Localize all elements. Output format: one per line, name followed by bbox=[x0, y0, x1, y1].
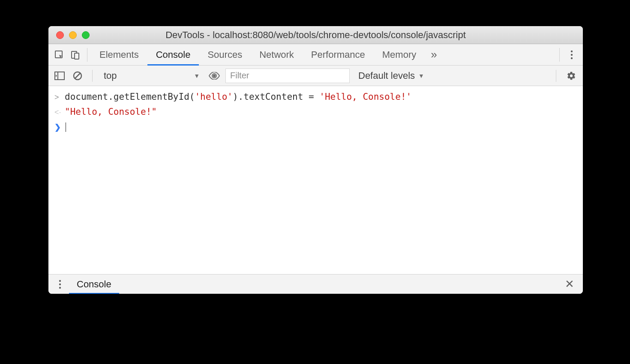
window-titlebar[interactable]: DevTools - localhost:8080/web/tools/chro… bbox=[48, 26, 583, 44]
drawer-tab-console[interactable]: Console bbox=[69, 274, 119, 294]
context-label: top bbox=[104, 70, 117, 81]
devtools-window: DevTools - localhost:8080/web/tools/chro… bbox=[48, 26, 583, 294]
tab-performance[interactable]: Performance bbox=[303, 44, 374, 66]
svg-line-9 bbox=[75, 73, 80, 78]
console-toolbar: top ▼ Default levels ▼ bbox=[48, 66, 583, 86]
svg-point-11 bbox=[59, 280, 61, 281]
execution-context-select[interactable]: top ▼ bbox=[100, 69, 203, 82]
console-prompt[interactable]: ❯ bbox=[48, 119, 583, 134]
divider bbox=[87, 48, 87, 62]
tab-network[interactable]: Network bbox=[251, 44, 303, 66]
main-tabbar: ElementsConsoleSourcesNetworkPerformance… bbox=[48, 44, 583, 66]
zoom-window-button[interactable] bbox=[82, 31, 90, 39]
text-cursor bbox=[66, 122, 66, 132]
svg-point-5 bbox=[571, 57, 573, 59]
divider bbox=[559, 48, 560, 62]
console-sidebar-toggle-icon[interactable] bbox=[53, 69, 66, 83]
drawer-tab-label: Console bbox=[77, 279, 111, 290]
traffic-lights bbox=[48, 31, 90, 39]
console-output-row: <·"Hello, Console!" bbox=[48, 104, 583, 119]
levels-label: Default levels bbox=[358, 70, 415, 81]
svg-point-3 bbox=[571, 50, 573, 52]
close-window-button[interactable] bbox=[56, 31, 64, 39]
console-output[interactable]: >document.getElementById('hello').textCo… bbox=[48, 86, 583, 274]
live-expression-icon[interactable] bbox=[207, 69, 221, 83]
window-title: DevTools - localhost:8080/web/tools/chro… bbox=[48, 30, 583, 41]
console-output-content[interactable]: "Hello, Console!" bbox=[65, 105, 577, 118]
divider bbox=[556, 70, 556, 82]
divider bbox=[92, 70, 93, 82]
svg-rect-0 bbox=[55, 51, 62, 58]
input-chevron-icon: > bbox=[54, 90, 65, 104]
drawer: Console ✕ bbox=[48, 274, 583, 294]
svg-point-10 bbox=[213, 74, 216, 77]
output-arrow-icon: <· bbox=[54, 105, 65, 119]
close-drawer-button[interactable]: ✕ bbox=[561, 277, 579, 291]
console-input-row: >document.getElementById('hello').textCo… bbox=[48, 90, 583, 104]
minimize-window-button[interactable] bbox=[69, 31, 77, 39]
device-toolbar-icon[interactable] bbox=[67, 47, 84, 63]
tab-memory[interactable]: Memory bbox=[374, 44, 425, 66]
prompt-chevron-icon: ❯ bbox=[54, 120, 65, 134]
filter-input[interactable] bbox=[225, 69, 350, 83]
settings-menu-button[interactable] bbox=[563, 44, 580, 66]
log-levels-select[interactable]: Default levels ▼ bbox=[354, 70, 424, 81]
more-tabs-button[interactable]: » bbox=[425, 48, 443, 61]
svg-point-13 bbox=[59, 286, 61, 288]
inspect-element-icon[interactable] bbox=[51, 47, 67, 63]
tab-console[interactable]: Console bbox=[147, 44, 199, 66]
clear-console-icon[interactable] bbox=[71, 69, 84, 83]
tab-sources[interactable]: Sources bbox=[199, 44, 251, 66]
console-input-content[interactable]: document.getElementById('hello').textCon… bbox=[65, 90, 577, 103]
console-settings-icon[interactable] bbox=[564, 69, 579, 83]
svg-rect-2 bbox=[75, 53, 79, 59]
chevron-down-icon: ▼ bbox=[194, 72, 200, 79]
svg-point-12 bbox=[59, 283, 61, 285]
chevron-down-icon: ▼ bbox=[418, 72, 424, 79]
svg-point-4 bbox=[571, 54, 573, 55]
drawer-menu-button[interactable] bbox=[53, 274, 67, 294]
tab-elements[interactable]: Elements bbox=[91, 44, 147, 66]
